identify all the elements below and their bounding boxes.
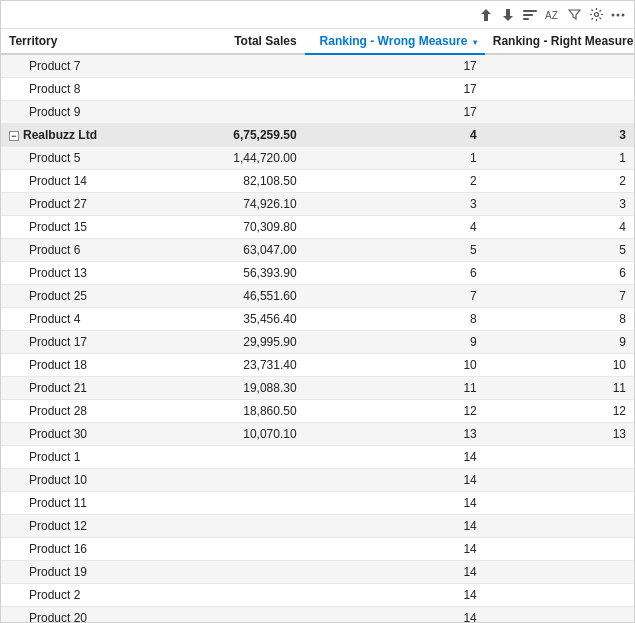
cell-ranking-right: 9 [485,331,634,354]
table-row: Product 1614 [1,538,634,561]
cell-territory: Product 2 [1,584,171,607]
territory-name: Product 6 [29,243,80,257]
filter-icon[interactable] [566,7,582,23]
cell-total-sales [171,78,305,101]
cell-ranking-wrong: 17 [305,78,485,101]
cell-ranking-wrong: 17 [305,54,485,78]
cell-territory: Product 14 [1,170,171,193]
cell-territory: Product 12 [1,515,171,538]
cell-ranking-right [485,515,634,538]
cell-total-sales: 63,047.00 [171,239,305,262]
cell-territory: Product 11 [1,492,171,515]
cell-total-sales: 6,75,259.50 [171,124,305,147]
cell-ranking-wrong: 2 [305,170,485,193]
cell-ranking-right [485,607,634,623]
svg-text:AZ: AZ [545,10,558,21]
table-row: Product 214 [1,584,634,607]
territory-name: Product 18 [29,358,87,372]
col-ranking-wrong[interactable]: Ranking - Wrong Measure ▾ [305,29,485,54]
cell-total-sales [171,101,305,124]
cell-total-sales: 18,860.50 [171,400,305,423]
table-row: Product 1570,309.8044 [1,216,634,239]
cell-territory: Product 16 [1,538,171,561]
territory-name: Product 8 [29,82,80,96]
territory-name: Product 12 [29,519,87,533]
cell-total-sales [171,446,305,469]
cell-ranking-right: 1 [485,147,634,170]
cell-total-sales: 1,44,720.00 [171,147,305,170]
cell-ranking-right: 6 [485,262,634,285]
territory-name: Product 11 [29,496,87,510]
territory-name: Product 20 [29,611,87,622]
svg-rect-1 [523,14,533,16]
cell-territory: Product 5 [1,147,171,170]
table-row: Product 1356,393.9066 [1,262,634,285]
cell-territory: Product 1 [1,446,171,469]
cell-territory: Product 27 [1,193,171,216]
cell-territory: Product 15 [1,216,171,239]
toolbar: AZ [1,1,634,29]
territory-name: Product 17 [29,335,87,349]
cell-ranking-right: 11 [485,377,634,400]
table-row: Product 2774,926.1033 [1,193,634,216]
col-territory[interactable]: Territory [1,29,171,54]
table-row: Product 3010,070.101313 [1,423,634,446]
cell-territory: Product 9 [1,101,171,124]
cell-total-sales: 82,108.50 [171,170,305,193]
cell-ranking-wrong: 14 [305,515,485,538]
cell-ranking-right: 5 [485,239,634,262]
col-ranking-right[interactable]: Ranking - Right Measure [485,29,634,54]
territory-name: Product 28 [29,404,87,418]
cell-total-sales: 10,070.10 [171,423,305,446]
territory-name: Product 4 [29,312,80,326]
cell-total-sales: 56,393.90 [171,262,305,285]
cell-ranking-wrong: 8 [305,308,485,331]
cell-total-sales [171,54,305,78]
more-icon[interactable] [610,7,626,23]
cell-ranking-wrong: 5 [305,239,485,262]
cell-total-sales: 46,551.60 [171,285,305,308]
group-expand-icon[interactable]: − [9,131,19,141]
svg-point-4 [594,13,598,17]
territory-name: Realbuzz Ltd [23,128,97,142]
cell-ranking-right: 7 [485,285,634,308]
cell-total-sales: 74,926.10 [171,193,305,216]
cell-territory: Product 19 [1,561,171,584]
table-row: Product 2818,860.501212 [1,400,634,423]
table-wrapper[interactable]: Territory Total Sales Ranking - Wrong Me… [1,29,634,622]
sort-asc-icon[interactable] [478,7,494,23]
territory-name: Product 16 [29,542,87,556]
cell-ranking-wrong: 17 [305,101,485,124]
table-row: Product 2014 [1,607,634,623]
sort-az-icon[interactable]: AZ [544,7,560,23]
cell-total-sales: 19,088.30 [171,377,305,400]
cell-ranking-wrong: 14 [305,561,485,584]
cell-ranking-wrong: 13 [305,423,485,446]
settings-icon[interactable] [588,7,604,23]
cell-ranking-wrong: 14 [305,446,485,469]
svg-rect-2 [523,18,529,20]
cell-ranking-wrong: 14 [305,607,485,623]
sort-lines-icon[interactable] [522,7,538,23]
cell-total-sales [171,515,305,538]
table-row: Product 1114 [1,492,634,515]
sort-desc-icon[interactable] [500,7,516,23]
table-row: Product 1914 [1,561,634,584]
cell-total-sales [171,561,305,584]
cell-ranking-wrong: 7 [305,285,485,308]
territory-name: Product 25 [29,289,87,303]
cell-ranking-right [485,561,634,584]
cell-territory: Product 6 [1,239,171,262]
cell-ranking-wrong: 1 [305,147,485,170]
cell-total-sales [171,469,305,492]
cell-total-sales [171,492,305,515]
cell-ranking-wrong: 14 [305,469,485,492]
territory-name: Product 19 [29,565,87,579]
cell-ranking-right [485,446,634,469]
cell-territory: Product 7 [1,54,171,78]
cell-ranking-right: 12 [485,400,634,423]
territory-name: Product 14 [29,174,87,188]
svg-point-5 [612,13,615,16]
cell-ranking-wrong: 9 [305,331,485,354]
col-total-sales[interactable]: Total Sales [171,29,305,54]
